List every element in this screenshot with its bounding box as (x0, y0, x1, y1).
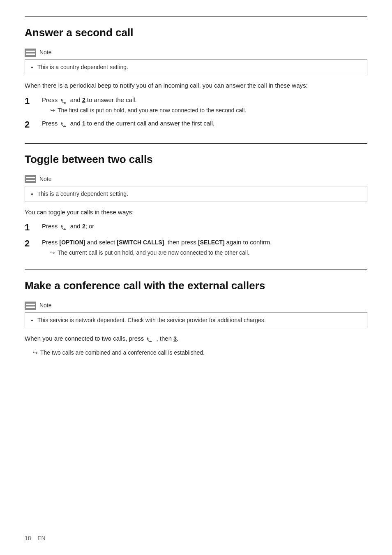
note-header-2: Note (25, 175, 367, 183)
result-text-1-1: The first call is put on hold, and you a… (58, 106, 246, 115)
step-text-and-1: and (70, 96, 82, 103)
note-item-2: This is a country dependent setting. (37, 190, 362, 198)
step-content-1-2: Press and 1 to end the current call and … (42, 119, 367, 128)
body-text-2: You can toggle your calls in these ways: (25, 208, 367, 217)
step-item-2-2: 2 Press [OPTION] and select [SWITCH CALL… (25, 238, 367, 258)
page-footer: 18 EN (25, 534, 46, 543)
step-item-1-1: 1 Press and 2 to answer the call. ↪ The … (25, 95, 367, 115)
note-label-3: Note (39, 301, 52, 310)
page-number: 18 (25, 535, 31, 541)
arrow-icon-1: ↪ (50, 106, 55, 115)
step-key-2-toggle: 2 (82, 223, 85, 230)
select-badge: [SELECT] (198, 239, 225, 246)
step-item-2-1: 1 Press and 2; or (25, 222, 367, 234)
phone-icon-3 (60, 224, 68, 230)
step-content-2-2: Press [OPTION] and select [SWITCH CALLS]… (42, 238, 367, 258)
step-content-2-1: Press and 2; or (42, 222, 367, 231)
section-title-3: Make a conference call with the external… (25, 278, 367, 294)
note-content-2: This is a country dependent setting. (25, 186, 367, 202)
step-text-answer: to answer the call. (87, 96, 137, 103)
section-divider-2 (25, 143, 367, 144)
section-title-2: Toggle between two calls (25, 151, 367, 167)
step-text-press-2: Press (42, 120, 60, 127)
note-box-3: Note This service is network dependent. … (25, 301, 367, 328)
step-text-2-1: and 2; or (70, 223, 95, 230)
page-lang (32, 535, 36, 541)
note-box-2: Note This is a country dependent setting… (25, 175, 367, 202)
note-box-1: Note This is a country dependent setting… (25, 48, 367, 75)
step-item-1-2: 2 Press and 1 to end the current call an… (25, 119, 367, 131)
body-text-3: When you are connected to two calls, pre… (25, 334, 367, 344)
section-toggle-calls: Toggle between two calls Note This is a … (25, 143, 367, 258)
note-label-1: Note (39, 48, 52, 57)
step-result-3: ↪ The two calls are combined and a confe… (33, 348, 367, 357)
arrow-icon-3: ↪ (33, 348, 38, 357)
phone-icon-2 (60, 121, 68, 127)
step-result-1-1: ↪ The first call is put on hold, and you… (42, 106, 367, 115)
lang-label: EN (37, 535, 45, 541)
phone-icon-1 (60, 98, 68, 103)
key-3: 3 (173, 335, 177, 342)
body-text-1: When there is a periodical beep to notif… (25, 81, 367, 91)
result-text-2-2: The current call is put on hold, and you… (58, 248, 249, 257)
step-content-1-1: Press and 2 to answer the call. ↪ The fi… (42, 95, 367, 115)
step-number-2-2: 2 (25, 238, 38, 250)
note-item-3: This service is network dependent. Check… (37, 316, 362, 325)
body-period: . (177, 335, 178, 342)
section-divider-1 (25, 16, 367, 17)
section-title-1: Answer a second call (25, 25, 367, 41)
step-result-2-2: ↪ The current call is put on hold, and y… (42, 248, 367, 257)
note-label-2: Note (39, 175, 52, 183)
step-key-1-end: 1 (82, 120, 85, 127)
note-icon-3 (25, 302, 36, 310)
step-list-1: 1 Press and 2 to answer the call. ↪ The … (25, 95, 367, 131)
phone-icon-4 (146, 336, 154, 342)
body-text-before-3: When you are connected to two calls, pre… (25, 335, 144, 342)
step-list-2: 1 Press and 2; or 2 Press [OPTION] and s… (25, 222, 367, 257)
note-header-3: Note (25, 301, 367, 310)
step-text-option: Press [OPTION] and select [SWITCH CALLS]… (42, 239, 272, 246)
step-number-2-1: 1 (25, 222, 38, 234)
step-key-2-1: 2 (82, 97, 85, 103)
step-text-end: to end the current call and answer the f… (87, 120, 214, 127)
note-header-1: Note (25, 48, 367, 57)
option-badge: [OPTION] (60, 239, 85, 246)
result-text-3: The two calls are combined and a confere… (40, 348, 205, 357)
section-divider-3 (25, 269, 367, 270)
note-content-1: This is a country dependent setting. (25, 59, 367, 75)
section-answer-second-call: Answer a second call Note This is a coun… (25, 16, 367, 131)
step-number-1-2: 2 (25, 119, 38, 131)
note-icon-1 (25, 49, 36, 57)
step-number-1-1: 1 (25, 95, 38, 107)
step-text-press-1: Press (42, 96, 60, 103)
arrow-icon-2: ↪ (50, 248, 55, 257)
body-text-after-3: , then (157, 335, 174, 342)
note-icon-2 (25, 175, 36, 183)
step-text-and-2: and (70, 120, 82, 127)
step-press-2-1: Press (42, 223, 60, 230)
note-content-3: This service is network dependent. Check… (25, 312, 367, 328)
switch-calls-badge: [SWITCH CALLS] (117, 239, 164, 246)
note-item-1: This is a country dependent setting. (37, 63, 362, 72)
section-conference-call: Make a conference call with the external… (25, 269, 367, 357)
